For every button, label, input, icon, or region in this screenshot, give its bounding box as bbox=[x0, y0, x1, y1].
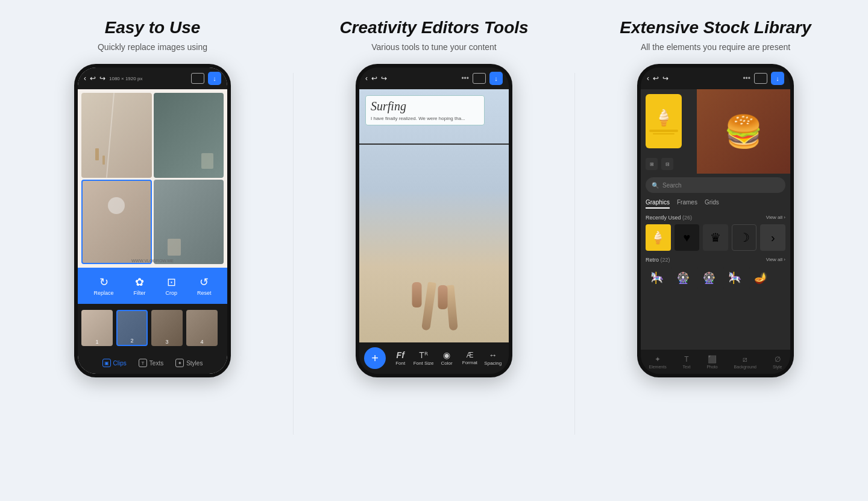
nav-text[interactable]: T Text bbox=[683, 355, 691, 369]
carousel-icon-2: 🎠 bbox=[728, 271, 741, 285]
item-crown: ♛ bbox=[710, 230, 721, 245]
ice-cream-icon: 🍦 bbox=[654, 109, 673, 127]
sticker-ctrl-2[interactable]: ⊟ bbox=[661, 158, 673, 170]
elements-label: Elements bbox=[649, 365, 666, 369]
background-nav-label: Background bbox=[734, 365, 756, 369]
stock-preview: 🍦 🍔 ⊞ ⊟ bbox=[641, 89, 790, 174]
retro-carousel-1[interactable]: 🎠 bbox=[646, 266, 668, 289]
text-nav-icon: T bbox=[684, 355, 688, 364]
reset-btn[interactable]: ↺ Reset bbox=[197, 276, 212, 296]
more-icon-3[interactable]: ••• bbox=[743, 74, 750, 83]
sticker-ctrl-1[interactable]: ⊞ bbox=[646, 158, 658, 170]
bottom-nav: ✦ Elements T Text ⬛ Photo ⧄ Background bbox=[641, 350, 790, 374]
retro-lamp[interactable]: 🪔 bbox=[749, 266, 772, 289]
recent-item-5[interactable]: › bbox=[760, 224, 785, 251]
recent-item-4[interactable]: ☽ bbox=[732, 224, 757, 251]
item-ice-cream: 🍦 bbox=[650, 230, 665, 245]
recent-item-2[interactable]: ♥ bbox=[675, 224, 700, 251]
format-label: Format bbox=[462, 360, 477, 365]
undo-icon[interactable]: ↩ bbox=[90, 74, 96, 83]
recently-view-all[interactable]: View all › bbox=[766, 215, 785, 221]
download-icon-3[interactable]: ↓ bbox=[771, 72, 784, 85]
retro-view-all[interactable]: View all › bbox=[766, 257, 785, 263]
retro-ferris-2[interactable]: 🎡 bbox=[697, 266, 720, 289]
film-num-2: 2 bbox=[130, 338, 133, 344]
font-tool[interactable]: Ff Font bbox=[389, 350, 411, 366]
color-tool[interactable]: ◉ Color bbox=[436, 350, 458, 366]
easy-title: Easy to Use bbox=[105, 18, 201, 37]
texts-label: Texts bbox=[149, 360, 163, 367]
film-item-4[interactable]: 4 bbox=[186, 310, 218, 346]
download-icon-2[interactable]: ↓ bbox=[489, 72, 503, 85]
tab-clips[interactable]: ▣ Clips bbox=[102, 359, 127, 367]
add-button[interactable]: + bbox=[364, 347, 386, 369]
search-bar[interactable]: 🔍 Search bbox=[646, 177, 785, 193]
tab-grids[interactable]: Grids bbox=[705, 199, 719, 209]
recently-used-items: 🍦 ♥ ♛ ☽ › bbox=[646, 224, 785, 251]
spacing-tool[interactable]: ↔ Spacing bbox=[482, 350, 504, 366]
canvas-icon[interactable] bbox=[191, 73, 204, 84]
canvas-icon-2[interactable] bbox=[473, 73, 486, 84]
reset-icon: ↺ bbox=[200, 276, 209, 289]
redo-icon-2[interactable]: ↪ bbox=[381, 74, 387, 83]
filter-btn[interactable]: ✿ Filter bbox=[134, 276, 146, 296]
redo-icon[interactable]: ↪ bbox=[99, 74, 105, 83]
photo-nav-label: Photo bbox=[706, 365, 717, 369]
back-icon-3[interactable]: ‹ bbox=[647, 74, 649, 83]
easy-subtitle: Quickly replace images using bbox=[98, 42, 207, 52]
phone-easy: ‹ ↩ ↪ 1080 × 1920 px ↓ bbox=[74, 64, 231, 377]
canvas-icon-3[interactable] bbox=[754, 73, 767, 84]
size-label: 1080 × 1920 px bbox=[109, 76, 142, 81]
surf-title-box[interactable]: Surfing I have finally realized. We were… bbox=[365, 95, 485, 125]
tab-styles[interactable]: ✦ Styles bbox=[175, 359, 203, 367]
photo-cell-3[interactable] bbox=[81, 180, 152, 265]
photo-cell-2[interactable] bbox=[154, 93, 224, 178]
retro-ferris-1[interactable]: 🎡 bbox=[671, 266, 694, 289]
recent-item-1[interactable]: 🍦 bbox=[646, 224, 671, 251]
styles-label: Styles bbox=[186, 360, 203, 367]
nav-photo[interactable]: ⬛ Photo bbox=[706, 355, 717, 369]
photo-cell-4[interactable] bbox=[154, 180, 224, 265]
sticker-yellow: 🍦 bbox=[646, 94, 682, 148]
replace-label: Replace bbox=[93, 290, 113, 296]
recently-used-label: Recently Used (26) bbox=[646, 215, 692, 221]
back-icon-2[interactable]: ‹ bbox=[365, 74, 368, 83]
recent-item-3[interactable]: ♛ bbox=[703, 224, 728, 251]
undo-icon-3[interactable]: ↩ bbox=[653, 74, 659, 83]
tab-frames[interactable]: Frames bbox=[677, 199, 697, 209]
style-nav-icon: ∅ bbox=[775, 355, 781, 364]
download-icon[interactable]: ↓ bbox=[208, 72, 221, 85]
more-icon[interactable]: ••• bbox=[461, 74, 469, 83]
phone-screen-stock: ‹ ↩ ↪ ••• ↓ 🍦 bbox=[641, 68, 790, 374]
font-icon: Ff bbox=[397, 350, 404, 360]
stock-title: Extensive Stock Library bbox=[620, 18, 811, 37]
film-item-2[interactable]: 2 bbox=[116, 310, 148, 346]
photo-canvas: WWW.VLOGROW.ME bbox=[78, 89, 227, 268]
burger-preview: 🍔 bbox=[697, 89, 790, 174]
redo-icon-3[interactable]: ↪ bbox=[662, 74, 668, 83]
stock-subtitle: All the elements you require are present bbox=[641, 42, 790, 52]
film-item-3[interactable]: 3 bbox=[151, 310, 183, 346]
surfer-1 bbox=[412, 282, 433, 336]
nav-elements[interactable]: ✦ Elements bbox=[649, 355, 666, 369]
retro-carousel-2[interactable]: 🎠 bbox=[723, 266, 746, 289]
tab-texts[interactable]: T Texts bbox=[139, 359, 163, 367]
ctrl-icon-2: ⊟ bbox=[665, 162, 670, 167]
back-icon[interactable]: ‹ bbox=[84, 74, 86, 83]
format-tool[interactable]: Æ Format bbox=[459, 351, 480, 365]
photo-cell-1[interactable] bbox=[81, 93, 152, 178]
item-heart: ♥ bbox=[683, 231, 690, 245]
replace-btn[interactable]: ↻ Replace bbox=[93, 276, 113, 296]
nav-style[interactable]: ∅ Style bbox=[773, 355, 782, 369]
color-label: Color bbox=[441, 361, 452, 366]
fontsize-tool[interactable]: Tᴿ Font Size bbox=[412, 350, 434, 366]
surfer-2 bbox=[438, 285, 456, 336]
nav-background[interactable]: ⧄ Background bbox=[734, 355, 756, 369]
tab-graphics[interactable]: Graphics bbox=[646, 199, 670, 209]
barcode bbox=[649, 130, 678, 132]
crop-btn[interactable]: ⊡ Crop bbox=[165, 276, 177, 296]
clips-label: Clips bbox=[113, 360, 127, 367]
film-item-1[interactable]: 1 bbox=[81, 310, 113, 346]
undo-icon-2[interactable]: ↩ bbox=[371, 74, 377, 83]
body-2 bbox=[438, 285, 448, 309]
